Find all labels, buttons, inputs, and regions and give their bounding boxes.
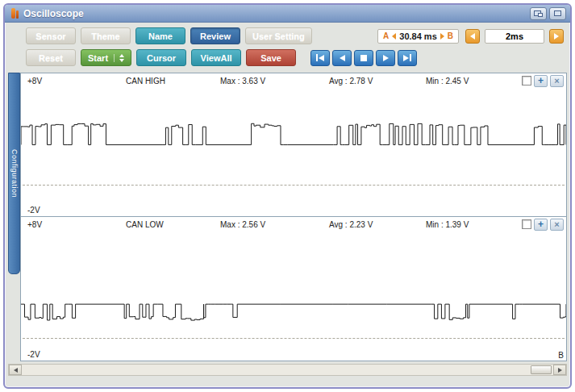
- stop-icon: [360, 55, 367, 61]
- scroll-left-icon: [14, 368, 18, 373]
- ab-time-range-display: A 30.84 ms B: [377, 29, 459, 44]
- scroll-right-button[interactable]: [553, 365, 566, 375]
- scrollbar-track[interactable]: [22, 365, 553, 375]
- right-arrow-icon: [554, 33, 559, 40]
- channel-name: CAN LOW: [126, 220, 220, 229]
- app-icon: [10, 8, 19, 19]
- review-button[interactable]: Review: [190, 27, 240, 44]
- stop-button[interactable]: [354, 50, 373, 66]
- channel-controls: + ×: [522, 219, 564, 231]
- channel-header: +8V CAN LOW Max : 2.56 V Avg : 2.23 V Mi…: [21, 217, 566, 231]
- window-title: Oscilloscope: [23, 8, 84, 19]
- max-value: Max : 3.63 V: [220, 77, 329, 85]
- viewall-button[interactable]: ViewAll: [191, 49, 241, 66]
- channel-panel-can-low: +8V CAN LOW Max : 2.56 V Avg : 2.23 V Mi…: [20, 217, 567, 361]
- can-low-waveform: [21, 231, 566, 361]
- user-setting-button[interactable]: User Setting: [245, 27, 312, 44]
- skip-to-end-button[interactable]: [398, 50, 417, 66]
- waveform-display-can-high: -2V: [21, 88, 566, 216]
- oscilloscope-window: Oscilloscope Sensor Theme Name Review Us…: [3, 3, 572, 389]
- main-area: Configuration +8V CAN HIGH Max : 3.63 V …: [5, 73, 570, 361]
- timebase-increase-button[interactable]: [549, 29, 564, 44]
- cursor-a-label: A: [383, 31, 389, 40]
- close-channel-button[interactable]: ×: [550, 75, 564, 87]
- skip-to-end-icon: [403, 55, 409, 61]
- min-value: Min : 2.45 V: [426, 77, 522, 85]
- channel-panels: +8V CAN HIGH Max : 3.63 V Avg : 2.78 V M…: [20, 73, 567, 361]
- time-range-group: A 30.84 ms B 2ms: [377, 29, 564, 44]
- add-channel-button[interactable]: +: [534, 219, 548, 231]
- toolbar-row-1: Sensor Theme Name Review User Setting A …: [26, 27, 564, 44]
- window-controls: [530, 7, 566, 20]
- can-high-waveform: [21, 88, 566, 216]
- cursor-b-arrow-icon: [440, 33, 444, 40]
- waveform-display-can-low: -2V B: [21, 231, 566, 361]
- channel-checkbox[interactable]: [522, 76, 531, 85]
- min-value: Min : 1.39 V: [426, 220, 522, 229]
- configuration-tab[interactable]: Configuration: [8, 73, 20, 274]
- channel-controls: + ×: [522, 75, 564, 87]
- close-channel-button[interactable]: ×: [550, 219, 564, 231]
- side-rail: Configuration: [8, 73, 20, 361]
- configuration-tab-label: Configuration: [10, 149, 19, 198]
- cursor-b-marker: B: [558, 351, 564, 360]
- maximize-button[interactable]: [549, 7, 566, 20]
- avg-value: Avg : 2.78 V: [329, 77, 426, 85]
- play-button[interactable]: [376, 50, 395, 66]
- max-value: Max : 2.56 V: [220, 220, 329, 229]
- skip-to-start-button[interactable]: [310, 50, 330, 66]
- maximize-icon: [554, 10, 561, 16]
- top-voltage-label: +8V: [21, 220, 126, 229]
- channel-header: +8V CAN HIGH Max : 3.63 V Avg : 2.78 V M…: [21, 73, 566, 88]
- play-icon: [383, 55, 389, 61]
- theme-button[interactable]: Theme: [81, 27, 131, 44]
- title-bar: Oscilloscope: [5, 5, 570, 23]
- horizontal-scrollbar: [8, 364, 567, 376]
- start-button-label: Start: [88, 53, 108, 63]
- avg-value: Avg : 2.23 V: [329, 220, 426, 229]
- channel-name: CAN HIGH: [126, 77, 220, 85]
- sensor-button[interactable]: Sensor: [26, 27, 76, 44]
- playback-controls: [310, 50, 417, 66]
- cursor-b-label: B: [448, 31, 453, 40]
- start-spinner-icon: [114, 54, 124, 62]
- channel-checkbox[interactable]: [522, 219, 531, 229]
- skip-to-start-icon: [319, 55, 324, 61]
- bottom-voltage-label: -2V: [27, 350, 40, 359]
- reset-button[interactable]: Reset: [26, 49, 76, 66]
- scroll-left-button[interactable]: [9, 365, 22, 375]
- top-voltage-label: +8V: [21, 77, 126, 85]
- name-button[interactable]: Name: [135, 27, 185, 44]
- timebase-decrease-button[interactable]: [465, 29, 480, 44]
- zero-reference-dashed-line: [23, 185, 565, 186]
- scrollbar-thumb[interactable]: [531, 365, 552, 374]
- scroll-right-icon: [558, 368, 562, 373]
- cursor-button[interactable]: Cursor: [136, 49, 186, 66]
- left-arrow-icon: [470, 33, 475, 40]
- add-channel-button[interactable]: +: [534, 75, 548, 87]
- step-back-button[interactable]: [332, 50, 352, 66]
- channel-panel-can-high: +8V CAN HIGH Max : 3.63 V Avg : 2.78 V M…: [20, 73, 567, 217]
- toolbar-row-2: Reset Start Cursor ViewAll Save: [26, 49, 564, 66]
- save-button[interactable]: Save: [246, 49, 296, 66]
- start-button[interactable]: Start: [81, 49, 131, 66]
- time-range-value: 30.84 ms: [399, 31, 436, 41]
- zero-reference-dashed-line: [23, 338, 565, 339]
- restore-icon-overlay: [538, 13, 543, 17]
- cursor-a-arrow-icon: [392, 33, 396, 40]
- step-back-icon: [340, 55, 345, 61]
- restore-button[interactable]: [530, 7, 547, 20]
- bottom-voltage-label: -2V: [27, 206, 40, 215]
- toolbar: Sensor Theme Name Review User Setting A …: [5, 23, 570, 73]
- timebase-select[interactable]: 2ms: [485, 29, 544, 44]
